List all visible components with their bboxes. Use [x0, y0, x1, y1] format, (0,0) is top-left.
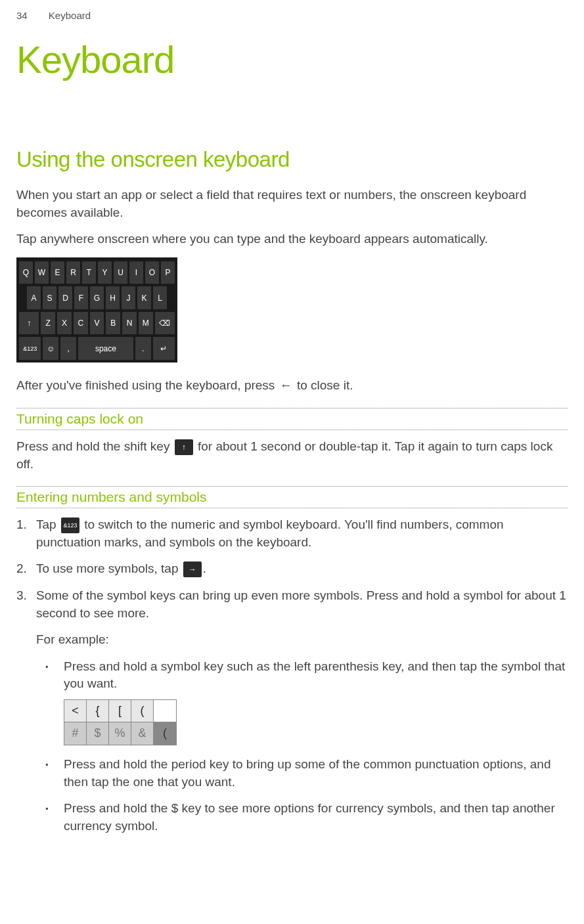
symbol-popup-illustration: < { [ ( # $ % & ( [64, 699, 177, 745]
for-example-label: For example: [36, 631, 568, 649]
kb-key: O [145, 261, 159, 284]
keyboard-illustration: Q W E R T Y U I O P A S D F G H J K L ↑ … [16, 257, 177, 363]
kb-key: Z [41, 312, 55, 335]
kb-backspace-key: ⌫ [155, 312, 175, 335]
kb-key: R [66, 261, 80, 284]
chapter-title: Keyboard [16, 37, 568, 81]
kb-shift-key: ↑ [19, 312, 39, 335]
kb-space-key: space [78, 337, 133, 360]
symbol-key: $ [87, 722, 109, 745]
kb-key: B [106, 312, 120, 335]
symbol-key: # [64, 722, 87, 745]
symbol-option: { [87, 700, 109, 722]
section-name: Keyboard [49, 10, 91, 21]
numeric-key-icon: &123 [61, 517, 79, 533]
kb-key: H [106, 286, 120, 309]
kb-key: A [27, 286, 41, 309]
kb-key: U [114, 261, 127, 284]
step-2: To use more symbols, tap →. [36, 560, 568, 578]
page-header: 34 Keyboard [16, 10, 568, 21]
kb-key: N [122, 312, 137, 335]
kb-key: V [90, 312, 104, 335]
intro-paragraph-1: When you start an app or select a field … [16, 187, 568, 221]
kb-comma-key: , [60, 337, 76, 360]
kb-key: I [129, 261, 143, 284]
step-3: Some of the symbol keys can bring up eve… [36, 587, 568, 835]
symbol-key: % [109, 722, 131, 745]
shift-key-icon: ↑ [175, 439, 193, 455]
kb-key: J [122, 286, 135, 309]
kb-enter-key: ↵ [153, 337, 175, 360]
bullet-parenthesis: Press and hold a symbol key such as the … [64, 658, 568, 745]
symbol-option: [ [109, 700, 131, 722]
kb-emoji-key: ☺ [43, 337, 58, 360]
kb-key: Q [19, 261, 33, 284]
kb-key: M [139, 312, 153, 335]
caps-lock-text: Press and hold the shift key ↑ for about… [16, 438, 568, 473]
example-bullets: Press and hold a symbol key such as the … [36, 658, 568, 835]
kb-period-key: . [135, 337, 151, 360]
symbol-key: & [131, 722, 154, 745]
step-1: Tap &123 to switch to the numeric and sy… [36, 516, 568, 551]
kb-key: W [35, 261, 49, 284]
kb-key: G [90, 286, 104, 309]
kb-key: E [51, 261, 64, 284]
subsection-caps-lock: Turning caps lock on [16, 408, 568, 430]
symbol-key-active: ( [154, 722, 176, 745]
kb-key: D [58, 286, 72, 309]
subsection-numbers-symbols: Entering numbers and symbols [16, 486, 568, 508]
numbered-steps: Tap &123 to switch to the numeric and sy… [16, 516, 568, 835]
kb-key: L [153, 286, 167, 309]
kb-key: F [74, 286, 88, 309]
arrow-right-icon: → [183, 561, 202, 577]
kb-key: K [137, 286, 151, 309]
section-title: Using the onscreen keyboard [16, 147, 568, 172]
kb-key: X [57, 312, 72, 335]
kb-key: T [82, 261, 96, 284]
symbol-option: < [64, 700, 87, 722]
bullet-currency: Press and hold the $ key to see more opt… [64, 800, 568, 835]
kb-numeric-key: &123 [19, 337, 41, 360]
kb-key: Y [98, 261, 112, 284]
intro-paragraph-2: Tap anywhere onscreen where you can type… [16, 231, 568, 248]
kb-key: P [161, 261, 175, 284]
bullet-period: Press and hold the period key to bring u… [64, 756, 568, 791]
kb-key: S [43, 286, 56, 309]
close-keyboard-text: After you've finished using the keyboard… [16, 377, 568, 395]
symbol-option: ( [131, 700, 154, 722]
page-number: 34 [16, 10, 28, 21]
back-arrow-icon: ← [280, 377, 292, 395]
kb-key: C [74, 312, 88, 335]
